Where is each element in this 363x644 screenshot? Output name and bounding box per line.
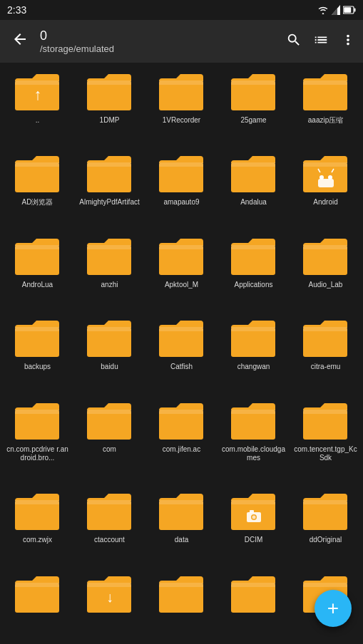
svg-rect-4 <box>344 7 351 13</box>
svg-rect-54 <box>87 410 131 414</box>
list-item[interactable]: baidu <box>73 312 145 394</box>
list-item[interactable]: 25game <box>218 66 290 147</box>
svg-rect-46 <box>159 327 203 331</box>
folder-icon <box>84 70 136 114</box>
file-label: aaazip压缩 <box>308 116 343 125</box>
folder-icon <box>228 489 280 534</box>
list-item[interactable]: Audio_Lab <box>290 230 362 312</box>
folder-icon: ↓ <box>84 572 136 616</box>
folder-icon <box>12 234 63 279</box>
svg-rect-51 <box>15 410 59 440</box>
folder-icon <box>228 234 280 279</box>
svg-rect-47 <box>231 327 275 357</box>
list-item[interactable]: ↑ .. <box>1 66 73 147</box>
file-label: data <box>175 536 188 544</box>
list-item[interactable]: aaazip压缩 <box>290 66 362 147</box>
list-item[interactable]: Andalua <box>218 147 290 229</box>
svg-rect-59 <box>303 410 347 440</box>
list-view-icon[interactable] <box>313 32 329 51</box>
add-fab[interactable]: + <box>315 590 352 627</box>
status-bar: 2:33 <box>0 0 363 20</box>
file-label: changwan <box>237 363 270 371</box>
file-label: AndroLua <box>22 281 53 289</box>
file-label: AD浏览器 <box>22 198 53 207</box>
svg-marker-1 <box>332 8 337 15</box>
search-icon[interactable] <box>286 32 302 51</box>
list-item[interactable]: com.mobile.cloudgames <box>218 395 290 485</box>
list-item[interactable]: amapauto9 <box>145 147 218 229</box>
svg-rect-6 <box>15 80 59 85</box>
svg-rect-9 <box>87 80 131 85</box>
folder-icon <box>84 489 136 534</box>
svg-rect-22 <box>231 162 275 192</box>
list-item[interactable]: com <box>73 395 145 485</box>
svg-point-71 <box>252 516 255 519</box>
svg-rect-45 <box>159 327 203 357</box>
file-label: citra-emu <box>311 363 341 371</box>
list-item[interactable]: com.jifen.ac <box>145 395 218 485</box>
folder-icon <box>12 489 63 534</box>
svg-rect-37 <box>231 245 275 275</box>
back-button[interactable] <box>7 31 33 52</box>
folder-icon <box>300 70 352 114</box>
list-item[interactable]: 1VRecorder <box>145 66 218 147</box>
svg-rect-11 <box>159 80 203 85</box>
list-item[interactable] <box>1 568 73 641</box>
list-item[interactable]: anzhi <box>73 230 145 312</box>
list-item[interactable]: backups <box>1 312 73 394</box>
file-label: Applications <box>235 281 273 289</box>
list-item[interactable]: data <box>145 485 218 567</box>
file-label: com <box>103 445 116 454</box>
file-label: baidu <box>101 363 118 371</box>
folder-icon <box>12 572 63 616</box>
folder-icon <box>300 152 352 196</box>
svg-rect-14 <box>303 80 347 110</box>
list-item[interactable]: ddOriginal <box>290 485 362 567</box>
svg-rect-82 <box>231 583 275 613</box>
svg-rect-39 <box>303 245 347 275</box>
svg-rect-42 <box>15 327 59 331</box>
list-item[interactable] <box>145 568 218 641</box>
svg-rect-60 <box>303 410 347 414</box>
list-item[interactable]: com.tencent.tgp_KcSdk <box>290 395 362 485</box>
list-item[interactable]: ↓ <box>73 568 145 641</box>
svg-rect-63 <box>87 500 131 530</box>
svg-rect-8 <box>87 80 131 110</box>
file-label: 25game <box>240 116 266 125</box>
list-item[interactable]: AlmightyPdfArtifact <box>73 147 145 229</box>
svg-rect-85 <box>303 583 347 587</box>
folder-icon <box>156 399 208 443</box>
list-item[interactable]: Catfish <box>145 312 218 394</box>
folder-icon <box>156 152 208 196</box>
top-bar: 0 /storage/emulated <box>0 20 363 63</box>
file-label: Audio_Lab <box>309 281 343 289</box>
list-item[interactable]: 1DMP <box>73 66 145 147</box>
svg-rect-40 <box>303 245 347 249</box>
list-item[interactable] <box>218 568 290 641</box>
list-item[interactable]: DCIM <box>218 485 290 567</box>
svg-rect-62 <box>15 500 59 504</box>
status-time: 2:33 <box>7 4 26 16</box>
more-options-icon[interactable] <box>340 32 356 51</box>
svg-rect-50 <box>303 327 347 331</box>
list-item[interactable]: Android <box>290 147 362 229</box>
svg-rect-10 <box>159 80 203 110</box>
list-item[interactable]: ctaccount <box>73 485 145 567</box>
svg-rect-48 <box>231 327 275 331</box>
list-item[interactable]: AndroLua <box>1 230 73 312</box>
list-item[interactable]: cn.com.pcdrive r.android.bro... <box>1 395 73 485</box>
file-label: AlmightyPdfArtifact <box>79 198 139 207</box>
file-label: anzhi <box>101 281 118 289</box>
list-item[interactable]: AD浏览器 <box>1 147 73 229</box>
svg-rect-41 <box>15 327 59 357</box>
file-label: com.tencent.tgp_KcSdk <box>294 445 358 462</box>
title-group: 0 /storage/emulated <box>40 28 279 54</box>
list-item[interactable]: Applications <box>218 230 290 312</box>
list-item[interactable]: Apktool_M <box>145 230 218 312</box>
list-item[interactable]: com.zwjx <box>1 485 73 567</box>
list-item[interactable]: changwan <box>218 312 290 394</box>
folder-icon <box>300 489 352 534</box>
folder-icon <box>300 234 352 279</box>
folder-icon <box>12 152 63 196</box>
list-item[interactable]: citra-emu <box>290 312 362 394</box>
